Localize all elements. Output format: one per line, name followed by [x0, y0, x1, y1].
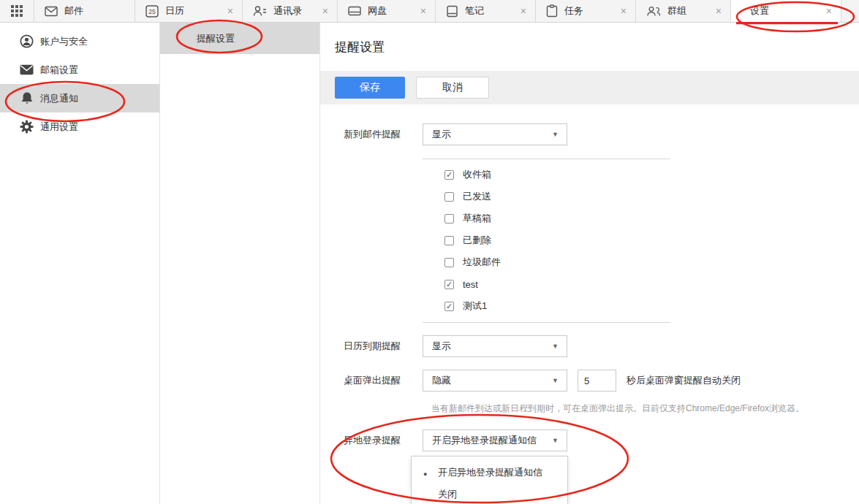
folder-checkbox-sent[interactable]: 已发送: [423, 186, 670, 207]
tab-label: 群组: [667, 4, 686, 18]
save-button[interactable]: 保存: [335, 77, 405, 99]
close-icon[interactable]: ×: [321, 5, 330, 17]
cancel-button[interactable]: 取消: [416, 77, 489, 99]
tab-label: 邮件: [64, 4, 83, 18]
subnav-item-reminder-settings[interactable]: 提醒设置: [160, 23, 319, 54]
calendar-icon: 25: [145, 5, 159, 18]
subnav-item-label: 提醒设置: [197, 32, 235, 45]
webmail-settings-window: 邮件 25 日历 × 通讯录 × 网盘 × 笔: [0, 0, 859, 504]
sidebar-item-account-security[interactable]: 账户与安全: [0, 27, 159, 56]
field-label: 异地登录提醒: [344, 434, 423, 447]
app-tabbar: 邮件 25 日历 × 通讯录 × 网盘 × 笔: [0, 0, 859, 23]
new-mail-reminder-row: 新到邮件提醒 显示: [344, 123, 859, 145]
tab-label: 通讯录: [273, 4, 302, 18]
tab-groups[interactable]: 群组 ×: [636, 0, 731, 22]
svg-text:25: 25: [148, 8, 156, 15]
remote-login-reminder-row: 异地登录提醒 开启异地登录提醒通知信 开启异地登录提醒通知信 关闭: [344, 429, 859, 451]
drive-icon: [348, 5, 361, 17]
page-title: 提醒设置: [320, 23, 859, 55]
popup-help-note: 当有新邮件到达或新日程到期时，可在桌面弹出提示。目前仅支持Chrome/Edge…: [431, 402, 859, 415]
settings-sidebar: 账户与安全 邮箱设置 消息通知 通用设置: [0, 23, 160, 504]
sidebar-item-label: 邮箱设置: [40, 64, 78, 77]
close-icon[interactable]: ×: [419, 5, 428, 17]
field-label: 桌面弹出提醒: [344, 374, 423, 387]
settings-subnav: 提醒设置: [160, 23, 320, 504]
checkbox-icon: [444, 302, 454, 311]
sidebar-item-notifications[interactable]: 消息通知: [0, 84, 159, 112]
bell-icon: [20, 91, 34, 105]
tab-contacts[interactable]: 通讯录 ×: [243, 0, 338, 22]
tasks-icon: [546, 4, 558, 18]
menu-item-label: 关闭: [438, 488, 457, 501]
tab-label: 笔记: [465, 4, 484, 18]
remote-login-select[interactable]: 开启异地登录提醒通知信: [423, 429, 567, 451]
menu-item-label: 开启异地登录提醒通知信: [438, 466, 542, 479]
field-label: 新到邮件提醒: [344, 128, 423, 141]
checkbox-icon: [444, 170, 454, 180]
select-value: 显示: [432, 128, 451, 141]
checkbox-icon: [444, 236, 454, 245]
contacts-icon: [253, 5, 267, 17]
close-icon[interactable]: ×: [714, 5, 723, 17]
tab-tasks[interactable]: 任务 ×: [536, 0, 636, 22]
close-icon[interactable]: ×: [825, 5, 833, 17]
folder-checkbox-spam[interactable]: 垃圾邮件: [423, 251, 670, 273]
sidebar-item-mailbox-settings[interactable]: 邮箱设置: [0, 56, 159, 84]
mail-icon: [45, 6, 58, 17]
folder-checkbox-deleted[interactable]: 已删除: [423, 229, 670, 251]
checkbox-icon: [444, 192, 454, 202]
close-icon[interactable]: ×: [619, 5, 628, 17]
sidebar-item-general-settings[interactable]: 通用设置: [0, 112, 159, 141]
tab-calendar[interactable]: 25 日历 ×: [135, 0, 243, 22]
notes-icon: [446, 5, 458, 18]
app-launcher-button[interactable]: [0, 0, 34, 22]
folder-checkbox-group: 收件箱 已发送 草稿箱 已删除 垃圾邮件 test 测试1: [423, 159, 670, 323]
folder-checkbox-test[interactable]: test: [423, 273, 670, 295]
calendar-due-select[interactable]: 显示: [423, 335, 567, 357]
caret-down-icon: [552, 131, 559, 138]
reminder-settings-pane: 提醒设置 保存 取消 新到邮件提醒 显示 收件箱 已发送 草稿箱 已删除 垃圾邮…: [320, 23, 859, 504]
close-icon[interactable]: ×: [519, 5, 528, 17]
tab-notes[interactable]: 笔记 ×: [436, 0, 536, 22]
tab-label: 任务: [564, 4, 583, 18]
sidebar-item-label: 通用设置: [40, 121, 78, 134]
mailbox-settings-icon: [20, 63, 34, 77]
calendar-due-reminder-row: 日历到期提醒 显示: [344, 335, 859, 357]
groups-icon: [646, 6, 661, 17]
selected-dot-icon: [423, 467, 438, 478]
caret-down-icon: [552, 377, 559, 384]
new-mail-reminder-select[interactable]: 显示: [423, 123, 567, 145]
grid-icon: [11, 5, 23, 17]
tab-netdisk[interactable]: 网盘 ×: [338, 0, 436, 22]
folder-checkbox-inbox[interactable]: 收件箱: [423, 164, 670, 186]
select-value: 隐藏: [432, 374, 451, 387]
close-icon[interactable]: ×: [226, 5, 235, 17]
gear-icon: [20, 120, 34, 134]
select-value: 显示: [432, 340, 451, 353]
checkbox-icon: [444, 258, 454, 267]
select-value: 开启异地登录提醒通知信: [432, 434, 537, 447]
menu-item-close[interactable]: 关闭: [412, 484, 567, 504]
sidebar-item-label: 消息通知: [40, 92, 78, 105]
tab-label: 设置: [750, 4, 769, 18]
caret-down-icon: [552, 343, 559, 350]
tab-settings[interactable]: 设置 ×: [731, 0, 841, 22]
toolbar: 保存 取消: [320, 71, 859, 104]
folder-checkbox-test1[interactable]: 测试1: [423, 295, 670, 317]
tab-label: 日历: [165, 4, 184, 18]
tab-label: 网盘: [368, 4, 387, 18]
checkbox-icon: [444, 214, 454, 224]
popup-seconds-input[interactable]: [578, 370, 616, 392]
checkbox-icon: [444, 280, 454, 289]
sidebar-item-label: 账户与安全: [40, 35, 88, 48]
account-icon: [20, 34, 34, 48]
field-label: 日历到期提醒: [344, 340, 423, 353]
menu-item-enable-remote-login-notice[interactable]: 开启异地登录提醒通知信: [412, 462, 567, 484]
folder-checkbox-drafts[interactable]: 草稿箱: [423, 207, 670, 229]
tab-mail[interactable]: 邮件: [34, 0, 135, 22]
desktop-popup-select[interactable]: 隐藏: [423, 370, 567, 392]
remote-login-dropdown-menu: 开启异地登录提醒通知信 关闭: [411, 456, 568, 504]
popup-seconds-suffix: 秒后桌面弹窗提醒自动关闭: [627, 374, 741, 387]
desktop-popup-reminder-row: 桌面弹出提醒 隐藏 秒后桌面弹窗提醒自动关闭: [344, 370, 859, 392]
caret-down-icon: [552, 437, 559, 444]
